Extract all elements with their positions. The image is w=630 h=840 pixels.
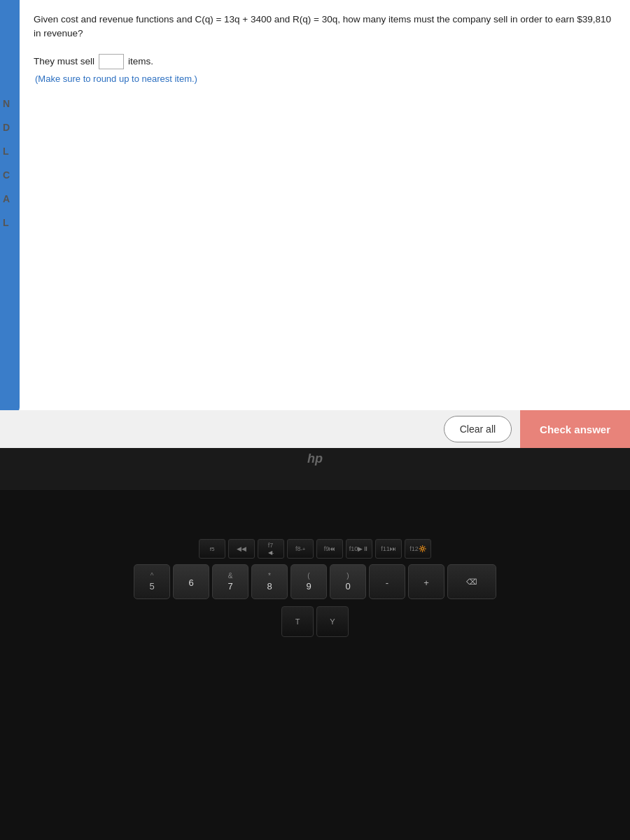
side-label-a: A	[3, 193, 10, 204]
side-label-c: C	[3, 169, 10, 181]
side-label-n: N	[3, 98, 10, 109]
key-9[interactable]: ( 9	[290, 564, 327, 599]
side-label-l2: L	[3, 217, 10, 228]
key-f7[interactable]: f7◀-	[258, 539, 284, 559]
action-bar: Clear all Check answer	[0, 410, 630, 448]
clear-all-button[interactable]: Clear all	[444, 416, 512, 442]
answer-prefix: They must sell	[34, 56, 94, 66]
main-content: Given cost and revenue functions and C(q…	[20, 0, 630, 413]
key-backspace[interactable]: ⌫	[447, 564, 496, 599]
number-key-row: ^ 5 6 & 7 * 8 ( 9 ) 0 -	[0, 564, 630, 599]
key-f10[interactable]: f10▶⏸	[346, 539, 372, 559]
key-f8[interactable]: f8-+	[287, 539, 314, 559]
key-plus[interactable]: +	[408, 564, 444, 599]
round-note: (Make sure to round up to nearest item.)	[35, 74, 197, 84]
key-5[interactable]: ^ 5	[134, 564, 170, 599]
key-7[interactable]: & 7	[212, 564, 248, 599]
answer-suffix: items.	[128, 56, 153, 66]
key-f12[interactable]: f12🔆	[405, 539, 431, 559]
key-f11[interactable]: f11⏭	[375, 539, 402, 559]
side-label-d: D	[3, 122, 10, 133]
key-0[interactable]: ) 0	[330, 564, 366, 599]
function-key-row: f5 ◀◀ f7◀- f8-+ f9⏮ f10▶⏸ f11⏭ f12🔆	[0, 539, 630, 559]
round-note-row: (Make sure to round up to nearest item.)	[34, 74, 616, 84]
question-text: Given cost and revenue functions and C(q…	[34, 13, 616, 41]
key-f9[interactable]: f9⏮	[316, 539, 343, 559]
keyboard-area: f5 ◀◀ f7◀- f8-+ f9⏮ f10▶⏸ f11⏭ f12🔆 ^ 5 …	[0, 490, 630, 840]
check-answer-button[interactable]: Check answer	[520, 410, 630, 448]
side-labels: N D L C A L	[3, 98, 10, 228]
key-minus[interactable]: -	[369, 564, 405, 599]
answer-input[interactable]	[99, 54, 124, 69]
key-mute[interactable]: ◀◀	[228, 539, 255, 559]
screen-area: N D L C A L Given cost and revenue funct…	[0, 0, 630, 448]
key-6[interactable]: 6	[173, 564, 209, 599]
key-f5[interactable]: f5	[199, 539, 225, 559]
key-8[interactable]: * 8	[251, 564, 288, 599]
answer-row: They must sell items.	[34, 54, 616, 69]
side-label-l: L	[3, 146, 10, 157]
